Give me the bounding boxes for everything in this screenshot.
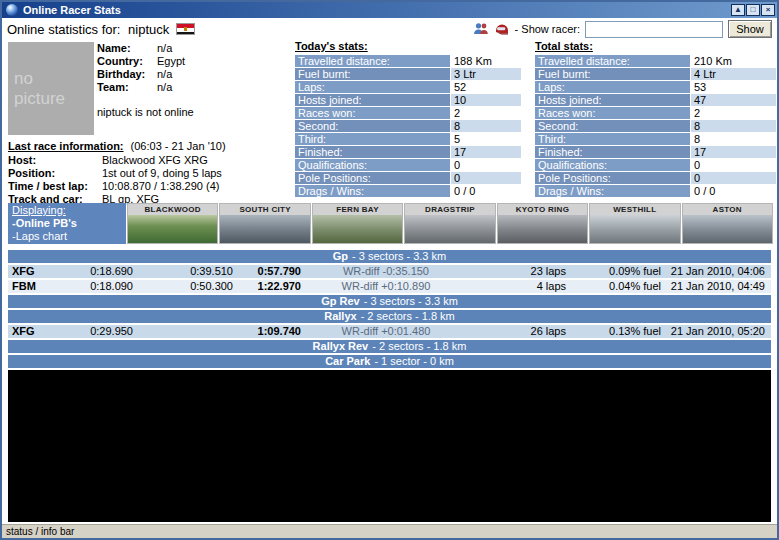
section-name: Rallyx — [324, 310, 356, 323]
page-title: Online statistics for: niptuck — [7, 22, 169, 37]
stat-label: Laps: — [295, 81, 450, 94]
pb-total-time: 1:09.740 — [233, 325, 301, 338]
pb-car: XFG — [8, 325, 63, 338]
stat-row: Drags / Wins:0 / 0 — [535, 185, 776, 198]
stat-label: Fuel burnt: — [295, 68, 450, 81]
track-image — [498, 215, 587, 243]
stat-row: Laps:52 — [295, 81, 521, 94]
pb-fuel: 0.09% fuel — [566, 265, 661, 278]
stat-label: Races won: — [535, 107, 690, 120]
pb-laps: 26 laps — [471, 325, 566, 338]
last-race-host: Host: Blackwood XFG XRG — [8, 154, 293, 167]
total-stats-rows: Travelled distance:210 Km Fuel burnt:4 L… — [535, 55, 776, 198]
stat-row: Qualifications:0 — [295, 159, 521, 172]
track-thumbnail-westhill[interactable]: WESTHILL — [589, 203, 680, 244]
section-info: - 3 sectors - 3.3 km — [352, 250, 446, 263]
pb-date: 21 Jan 2010, 04:49 — [661, 280, 771, 293]
field-label: Position: — [8, 167, 102, 180]
stat-label: Qualifications: — [295, 159, 450, 172]
stat-row: Races won:2 — [295, 107, 521, 120]
stat-value: 17 — [691, 146, 776, 159]
stat-value: 10 — [451, 94, 521, 107]
status-bar: status / info bar — [2, 524, 777, 538]
track-thumbnail-aston[interactable]: ASTON — [682, 203, 773, 244]
displaying-item-online-pbs[interactable]: -Online PB's — [12, 217, 122, 230]
track-thumbnail-south-city[interactable]: SOUTH CITY — [219, 203, 310, 244]
stat-row: Second:8 — [535, 120, 776, 133]
field-label: Birthday: — [97, 68, 157, 81]
track-image — [313, 215, 402, 243]
section-name: Car Park — [325, 355, 370, 368]
todays-stats-rows: Travelled distance:188 Km Fuel burnt:3 L… — [295, 55, 521, 198]
pb-split2: 0:39.510 — [133, 265, 233, 278]
pb-laps: 23 laps — [471, 265, 566, 278]
racer-name: niptuck — [128, 22, 169, 37]
section-name: Rallyx Rev — [313, 340, 369, 353]
section-name: Gp — [333, 250, 348, 263]
stat-label: Laps: — [535, 81, 690, 94]
users-icon[interactable] — [473, 21, 489, 37]
stat-value: 53 — [691, 81, 776, 94]
track-thumbnail-kyoto-ring[interactable]: KYOTO RING — [497, 203, 588, 244]
field-value: n/a — [157, 42, 172, 55]
stat-value: 5 — [451, 133, 521, 146]
pb-laps: 4 laps — [471, 280, 566, 293]
stat-label: Travelled distance: — [295, 55, 450, 68]
field-label: Name: — [97, 42, 157, 55]
window-titlebar[interactable]: Online Racer Stats ▲ □ × — [2, 2, 777, 18]
track-thumbnail-fern-bay[interactable]: FERN BAY — [312, 203, 403, 244]
stat-label: Third: — [535, 133, 690, 146]
todays-stats-title: Today's stats: — [295, 40, 521, 55]
stat-label: Finished: — [295, 146, 450, 159]
app-icon — [6, 4, 18, 16]
show-button[interactable]: Show — [728, 20, 772, 38]
pb-row: XFG 0:18.690 0:39.510 0:57.790 WR-diff -… — [8, 265, 771, 278]
stat-value: 52 — [451, 81, 521, 94]
window-shade-button[interactable]: ▲ — [731, 4, 745, 16]
stat-value: 17 — [451, 146, 521, 159]
track-thumbnail-dragstrip[interactable]: DRAGSTRIP — [404, 203, 495, 244]
page-title-prefix: Online statistics for: — [7, 22, 120, 37]
profile-field-country: Country: Egypt — [97, 55, 293, 68]
show-racer-input[interactable] — [585, 21, 723, 38]
track-image — [220, 215, 309, 243]
stat-value: 4 Ltr — [691, 68, 776, 81]
last-race-position: Position: 1st out of 9, doing 5 laps — [8, 167, 293, 180]
field-value: Egypt — [157, 55, 185, 68]
field-value: n/a — [157, 81, 172, 94]
stat-row: Fuel burnt:4 Ltr — [535, 68, 776, 81]
stat-row: Pole Positions:0 — [535, 172, 776, 185]
displaying-title: Displaying: — [12, 204, 122, 217]
track-caption: WESTHILL — [590, 204, 679, 215]
window-title: Online Racer Stats — [23, 4, 121, 16]
track-thumbnails: BLACKWOOD SOUTH CITY FERN BAY DRAGSTRIP … — [127, 203, 773, 244]
pb-fuel: 0.04% fuel — [566, 280, 661, 293]
stat-value: 0 / 0 — [451, 185, 521, 198]
stat-row: Travelled distance:188 Km — [295, 55, 521, 68]
pb-section-banner-rallyx: Rallyx - 2 sectors - 1.8 km — [8, 310, 771, 323]
field-value: Blackwood XFG XRG — [102, 154, 208, 167]
profile-picture-placeholder: no picture — [8, 42, 94, 135]
stat-row: Hosts joined:47 — [535, 94, 776, 107]
stat-row: Travelled distance:210 Km — [535, 55, 776, 68]
track-caption: KYOTO RING — [498, 204, 587, 215]
stat-row: Third:8 — [535, 133, 776, 146]
last-race-title-link[interactable]: Last race information: — [8, 140, 124, 152]
stat-row: Qualifications:0 — [535, 159, 776, 172]
stat-value: 0 — [451, 172, 521, 185]
maximize-button[interactable]: □ — [746, 4, 760, 16]
track-thumbnail-blackwood[interactable]: BLACKWOOD — [127, 203, 218, 244]
helmet-icon[interactable] — [494, 21, 510, 37]
pb-section-banner-car-park: Car Park - 1 sector - 0 km — [8, 355, 771, 368]
field-label: Team: — [97, 81, 157, 94]
pb-date: 21 Jan 2010, 04:06 — [661, 265, 771, 278]
last-race-timestamp: (06:03 - 21 Jan '10) — [131, 140, 226, 152]
displaying-item-laps-chart[interactable]: -Laps chart — [12, 230, 122, 243]
stat-row: Finished:17 — [295, 146, 521, 159]
pb-split2: 0:50.300 — [133, 280, 233, 293]
stat-row: Hosts joined:10 — [295, 94, 521, 107]
track-caption: BLACKWOOD — [128, 204, 217, 215]
close-button[interactable]: × — [761, 4, 775, 16]
stat-label: Drags / Wins: — [535, 185, 690, 198]
stat-label: Second: — [535, 120, 690, 133]
